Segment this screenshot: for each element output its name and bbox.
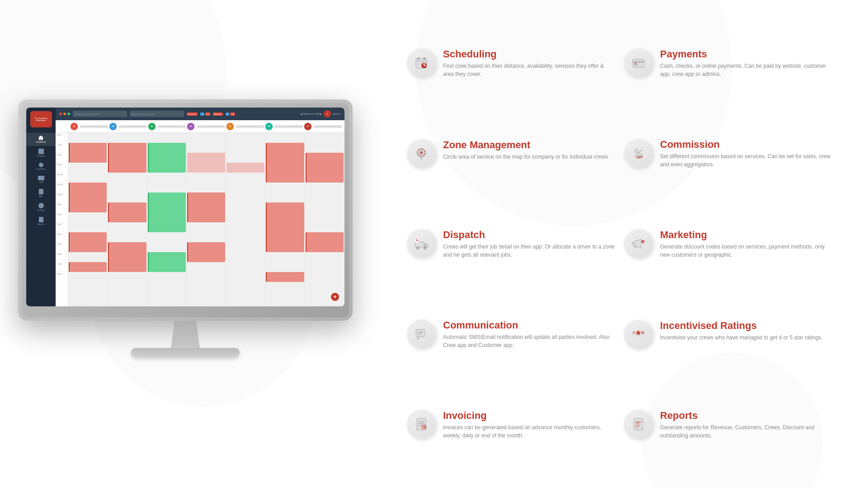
user-avatar: A [324,110,331,117]
svg-rect-26 [632,242,634,245]
svg-text:$: $ [423,426,425,429]
job-block-6-2 [266,202,304,252]
main-container: Your CompanyLOGO Here Dashboard Schedule [0,0,868,488]
sidebar-item-reports[interactable]: Reports [26,214,56,228]
communication-text: Communication Automatic SMS/Email notifi… [443,319,615,349]
svg-rect-42 [636,423,639,424]
avail-count-blue: 55 [226,113,229,116]
ratings-icon [631,327,646,342]
payments-text: Payments Cash, checks, or online payment… [660,48,832,78]
crew-5: TM [226,122,265,131]
time-6pm: 6 pm [56,252,68,262]
time-1pm: 1 pm [56,202,68,212]
job-block-7-1 [306,153,344,183]
dot-maximize [63,113,66,115]
ratings-text: Incentivised Ratings Incentivise your cr… [660,320,832,342]
commission-text: Commission Set different commission base… [660,139,832,169]
svg-marker-33 [640,330,645,334]
marketing-desc: Generate discount codes based on service… [660,243,832,259]
scheduling-icon [414,56,429,70]
crew-bar-6 [275,125,303,128]
job-block-4-3 [187,242,225,262]
cleaner-search[interactable]: ⊕ Cleaner Name or Number [130,111,184,117]
feature-dispatch: Dispatch Crews will get their job detail… [407,224,624,264]
job-block-6-1 [266,143,304,183]
features-grid: Scheduling Find crew based on thier dist… [371,0,868,488]
count-blue: 55 [200,113,204,116]
sidebar-item-schedule[interactable]: Schedule [26,146,56,160]
avail-count-red: 123 [230,113,235,116]
reports-icon-circle [624,410,653,439]
date-display: ◀ Wed Nov 14, 2018 ▶ [300,113,322,115]
schedule-col-5 [226,133,265,306]
payments-icon [631,56,646,70]
scheduling-text: Scheduling Find crew based on thier dist… [443,48,615,78]
zone-management-desc: Circle area of service on the map for co… [443,153,615,161]
reports-text: Reports Generate reports for Revenue, Cu… [660,410,832,440]
sidebar-item-dashboard[interactable]: Dashboard [26,133,56,146]
sidebar-label-dashboard: Dashboard [36,141,46,143]
marketing-icon-circle [624,229,653,258]
crew-bar-1 [80,125,108,128]
schedule-columns [68,133,344,306]
sidebar-label-schedule: Schedule [37,155,45,157]
zone-management-title: Zone Management [443,139,615,151]
crew-avatar-1: JD [70,122,78,131]
customer-search[interactable]: ⊕ Customer Name or Number [73,111,127,117]
commission-title: Commission [660,139,832,150]
time-4pm: 4 pm [56,232,68,242]
sidebar-item-bills[interactable]: Bills [26,186,56,200]
svg-point-15 [635,149,638,153]
feature-zone-management: Zone Management Circle area of service o… [407,134,624,174]
marketing-text: Marketing Generate discount codes based … [660,229,832,259]
crew-bar-3 [158,125,186,128]
feature-commission: Commission Set different commission base… [624,133,841,174]
payments-title: Payments [660,48,832,60]
status-counts: 55 123 [200,113,210,116]
app-main-content: ⊕ Customer Name or Number ⊕ Cleaner Name… [56,108,344,306]
job-block-6-3 [266,272,304,282]
job-block-3-2 [148,192,186,232]
header-dots [59,113,70,115]
sidebar-item-staff[interactable]: Staff [26,173,56,186]
time-6am: 6 am [56,133,68,143]
ratings-title: Incentivised Ratings [660,320,832,332]
confirmed-badge: Confirmed [187,113,198,116]
sidebar-label-bills: Bills [39,195,42,197]
monitor-outer: Your CompanyLOGO Here Dashboard Schedule [18,99,353,321]
dispatch-title: Dispatch [443,229,615,241]
schedule-col-7 [305,133,344,306]
dot-close [67,113,70,115]
customer-search-placeholder: ⊕ Customer Name or Number [75,113,99,115]
feature-communication: Communication Automatic SMS/Email notifi… [407,314,624,355]
invoicing-icon-circle: $ [407,410,436,439]
crew-avatar-6: BN [265,122,273,131]
monitor-bezel: Your CompanyLOGO Here Dashboard Schedule [26,108,344,306]
ratings-icon-circle [624,320,653,349]
sidebar-item-settings[interactable]: Settings [26,200,56,214]
svg-rect-6 [424,65,426,66]
sidebar-label-customers: Customers [36,168,46,170]
payments-desc: Cash, checks, or online payments. Can be… [660,62,832,78]
crew-avatar-7: CP [304,122,312,131]
fab-add-button[interactable]: + [331,293,339,301]
ratings-desc: Incentivise your crews who have managed … [660,333,832,342]
available-badge: Available [213,113,223,116]
svg-rect-3 [424,57,425,60]
time-3pm: 3 pm [56,222,68,232]
app-sidebar: Your CompanyLOGO Here Dashboard Schedule [26,108,56,306]
schedule-col-4 [187,133,226,306]
scheduling-desc: Find crew based on thier distance, avail… [443,62,615,78]
svg-rect-10 [634,63,637,64]
job-block-4-2 [187,192,225,222]
time-2pm: 2 pm [56,212,68,222]
feature-incentivised-ratings: Incentivised Ratings Incentivise your cr… [624,314,841,354]
schedule-col-2 [108,133,147,306]
svg-rect-25 [417,240,418,241]
crew-avatar-3: AL [148,122,156,131]
schedule-col-6 [265,133,305,306]
crew-bar-5 [236,125,264,128]
sidebar-label-reports: Reports [38,223,45,225]
sidebar-item-customers[interactable]: Customers [26,160,56,173]
dispatch-desc: Crews will get their job detail on their… [443,243,615,259]
